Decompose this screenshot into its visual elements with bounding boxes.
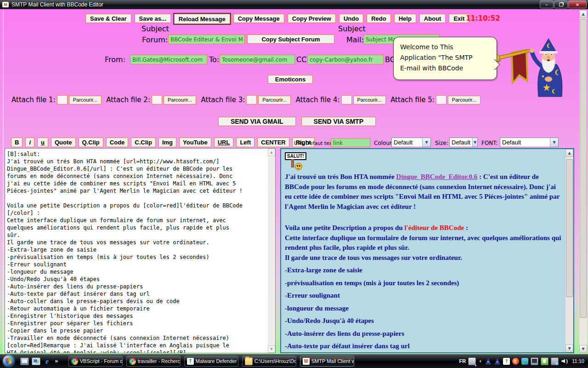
colour-selected-value: Default [392,139,422,146]
attach-file-input[interactable] [152,95,162,104]
bbcode-button[interactable]: Quote [51,138,76,147]
window-scrollbar[interactable]: ▲ ▼ [579,10,587,353]
bbcode-button[interactable]: i [25,138,34,147]
orange-app-tray-icon[interactable] [512,358,519,365]
bbcode-button[interactable]: Img [158,138,176,147]
send-via-gmail-button[interactable]: SEND VIA GMAIL [218,117,296,126]
network-tray-icon[interactable] [551,357,559,365]
bbcode-button[interactable]: URL [214,138,234,147]
scroll-down-icon[interactable]: ▼ [268,345,275,353]
scroll-down-icon[interactable]: ▼ [579,345,587,353]
bbcode-button[interactable]: CENTER [257,138,289,147]
keyboard-layout-icon[interactable] [468,357,476,365]
copy-subject-forum-button[interactable]: Copy Subject Forum [247,34,334,44]
power-tray-icon[interactable] [541,357,548,365]
switch-windows-icon[interactable] [32,357,40,365]
taskbar-button-label: C:\Users\Hrouz\Do... [254,358,296,364]
taskbar-button[interactable]: Malware Defender - ... [184,356,238,367]
taskbar-button[interactable]: travailler - Recherch... [126,356,181,367]
restore-icon [559,3,563,6]
preview-scroll-thumb[interactable] [566,159,573,297]
merlin-wizard[interactable] [492,38,566,100]
browse-button[interactable]: Parcourir... [353,96,386,104]
teal-app-tray-icon[interactable] [521,358,528,365]
language-indicator[interactable]: FR [459,358,466,364]
taskbar-button[interactable]: SMTP Mail Client wi... [300,356,354,367]
agent-tray-icon[interactable] [494,358,501,365]
agent-tray-icon[interactable] [485,358,492,365]
attach-file-input[interactable] [341,95,352,104]
send-row: SEND VIA GMAIL SEND VIA SMTP [218,117,376,126]
preview-scrollbar[interactable]: ▲ ▼ [565,149,573,352]
bbcode-button[interactable]: YouTube [179,138,211,147]
browse-button[interactable]: Parcourir... [448,96,481,104]
url-default-text-input[interactable] [331,138,370,147]
preview-link[interactable]: Dingue_BBCode_Editor.0.6 [396,173,477,180]
attach-file-input[interactable] [57,95,68,104]
taskbar-button-label: Malware Defender - ... [196,358,238,364]
start-button[interactable] [3,355,15,367]
window-scroll-thumb[interactable] [580,19,587,318]
minimize-button[interactable]: – [540,0,554,8]
top-toolbar: Save & ClearSave as...Reload MessageCopy… [85,14,469,24]
taskbar-button[interactable]: VBScript - Forum de... [68,356,123,367]
bbcode-button[interactable]: B [11,138,23,147]
to-input[interactable] [220,55,295,64]
toolbar-button[interactable]: Save as... [135,14,171,23]
scroll-up-icon[interactable]: ▲ [579,10,587,18]
toolbar-button[interactable]: Help [394,14,416,23]
scroll-up-icon[interactable]: ▲ [565,149,573,157]
chevron-down-icon[interactable]: ▼ [472,138,477,147]
size-select[interactable]: Default ▼ [449,138,478,147]
toolbar-button[interactable]: About [419,14,446,23]
bbcode-button[interactable]: u [37,138,48,147]
smiley-icon [295,163,302,170]
taskbar-button[interactable]: C:\Users\Hrouz\Do... [242,356,296,367]
toolbar-button[interactable]: Save & Clear [85,14,131,23]
tray-collapse-icon[interactable]: ‹ [478,358,482,365]
bbcode-button[interactable]: Left [236,138,254,147]
malware-defender-tray-icon[interactable] [503,358,510,365]
attach-file-input[interactable] [436,95,447,104]
attachment-group: Attach file 4: Parcourir... [296,95,386,104]
bbcode-button[interactable]: Code [106,138,129,147]
toolbar-button[interactable]: Copy Preview [288,14,336,23]
bbcode-editor[interactable] [5,149,268,353]
volume-tray-icon[interactable] [561,358,568,365]
attachments-row: Attach file 1: Parcourir... Attach file … [11,95,481,104]
scroll-down-icon[interactable]: ▼ [565,345,573,352]
display-tray-icon[interactable] [531,357,538,365]
bbcode-button[interactable]: C.Clip [131,138,156,147]
send-via-smtp-button[interactable]: SEND VIA SMTP [301,117,376,126]
bbcode-button[interactable]: Q.Clip [79,138,103,147]
cc-input[interactable] [307,55,384,64]
attachment-group: Attach file 2: Parcourir... [106,95,196,104]
colour-select[interactable]: Default ▼ [391,138,431,147]
preview-text: : [464,224,468,231]
show-desktop-icon[interactable] [20,357,29,365]
attach-file-label: Attach file 1: [11,96,56,104]
restore-button[interactable] [554,0,568,8]
internet-explorer-icon[interactable]: e [43,358,51,365]
taskbar-app-icon [129,358,136,365]
toolbar-button[interactable]: Copy Message [233,14,284,23]
chevron-down-icon[interactable]: ▼ [422,138,430,147]
browse-button[interactable]: Parcourir... [69,96,102,104]
toolbar-button[interactable]: Undo [339,14,363,23]
tray-clock[interactable]: 11:10 [572,358,584,364]
chevron-down-icon[interactable]: ▼ [550,138,558,147]
toolbar-button[interactable]: Reload Message [174,14,230,24]
from-input[interactable] [130,55,207,64]
attach-file-input[interactable] [246,95,257,104]
font-select[interactable]: Default ▼ [500,138,559,147]
editor-scrollbar[interactable]: ▲ ▼ [268,149,275,353]
toolbar-button[interactable]: Redo [367,14,391,23]
scroll-up-icon[interactable]: ▲ [268,149,275,156]
chevron-more-icon[interactable]: » [55,358,58,364]
forum-subject-input[interactable] [168,34,245,44]
emoticons-button[interactable]: Emoticons [268,75,313,84]
close-button[interactable]: × [568,0,587,8]
browse-button[interactable]: Parcourir... [258,96,291,104]
browse-button[interactable]: Parcourir... [164,96,196,104]
preview-feature-item: -longueur du message [285,304,562,314]
